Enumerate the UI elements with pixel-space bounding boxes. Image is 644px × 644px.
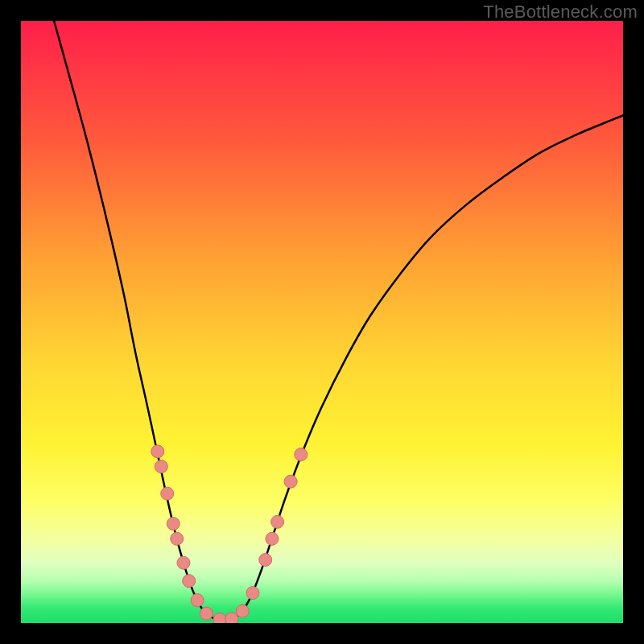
data-markers bbox=[21, 21, 623, 623]
data-marker bbox=[213, 613, 226, 623]
chart-frame: TheBottleneck.com bbox=[0, 0, 644, 644]
data-marker bbox=[161, 487, 174, 500]
data-marker bbox=[236, 605, 249, 617]
data-marker bbox=[183, 575, 196, 588]
data-marker bbox=[155, 460, 167, 473]
watermark-text: TheBottleneck.com bbox=[483, 2, 638, 23]
data-marker bbox=[225, 613, 238, 623]
data-marker bbox=[151, 445, 164, 458]
plot-area bbox=[21, 21, 623, 623]
data-marker bbox=[259, 553, 272, 566]
data-marker bbox=[271, 515, 284, 528]
data-marker bbox=[177, 556, 190, 569]
data-marker bbox=[167, 518, 180, 530]
data-marker bbox=[284, 475, 297, 488]
data-marker bbox=[171, 532, 184, 545]
data-marker bbox=[246, 587, 259, 600]
data-marker bbox=[200, 607, 213, 620]
data-marker bbox=[295, 448, 308, 461]
data-marker bbox=[191, 594, 204, 607]
data-marker bbox=[266, 532, 279, 545]
